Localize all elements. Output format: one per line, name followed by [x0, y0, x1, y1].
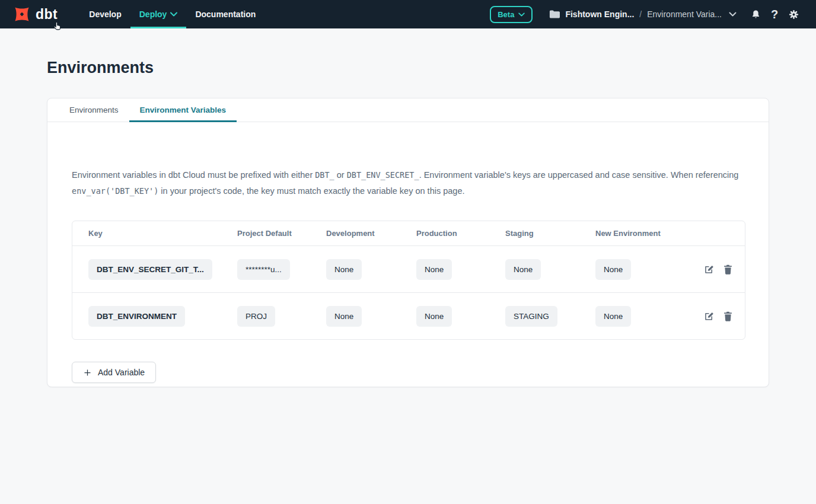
tab-environment-variables[interactable]: Environment Variables [129, 98, 237, 122]
new-environment-value-chip: None [595, 259, 631, 280]
breadcrumb-project: Fishtown Engin... [565, 9, 634, 19]
table-row: DBT_ENV_SECRET_GIT_T... ********u... Non… [72, 245, 745, 292]
development-value-chip: None [326, 306, 362, 327]
column-header-new-environment: New Environment [595, 229, 678, 238]
brand-name: dbt [36, 7, 58, 23]
nav-item-deploy[interactable]: Deploy [130, 0, 187, 28]
description-segment: . Environment variable's keys are upperc… [419, 170, 739, 180]
nav-right-section: Beta Fishtown Engin... / Environment Var… [490, 6, 802, 23]
nav-utility-icons: ? [747, 6, 802, 23]
chevron-down-icon [729, 12, 737, 17]
nav-item-documentation-label: Documentation [195, 9, 256, 19]
row-actions [678, 264, 733, 275]
nav-item-documentation[interactable]: Documentation [186, 0, 264, 28]
add-variable-button[interactable]: Add Variable [72, 362, 156, 383]
dbt-logo[interactable]: dbt [12, 4, 58, 24]
production-value-chip: None [416, 306, 452, 327]
mouse-cursor-icon [52, 21, 63, 33]
settings-gear-icon[interactable] [785, 6, 802, 23]
dbt-logo-icon [12, 4, 32, 24]
description-segment: in your project's code, the key must mat… [158, 186, 464, 196]
help-icon[interactable]: ? [766, 6, 783, 23]
tab-bar: Environments Environment Variables [47, 98, 769, 122]
tab-environment-variables-label: Environment Variables [140, 106, 227, 114]
column-header-key: Key [88, 229, 237, 238]
code-snippet: env_var('DBT_KEY') [72, 186, 158, 196]
environment-variables-table: Key Project Default Development Producti… [72, 221, 745, 340]
tab-environments-label: Environments [69, 106, 119, 114]
trash-icon[interactable] [723, 311, 733, 322]
project-default-chip: PROJ [237, 306, 275, 327]
folder-icon [549, 9, 560, 19]
top-nav: dbt Develop Deploy Documentation Beta [0, 0, 816, 28]
card-content: Environment variables in dbt Cloud must … [47, 167, 769, 340]
key-value-chip: DBT_ENVIRONMENT [88, 306, 185, 327]
column-header-development: Development [326, 229, 416, 238]
code-snippet: DBT_ [315, 170, 334, 180]
table-row: DBT_ENVIRONMENT PROJ None None STAGING N… [72, 292, 745, 339]
main-nav-items: Develop Deploy Documentation [80, 0, 264, 28]
nav-item-develop-label: Develop [89, 9, 121, 19]
page-title: Environments [47, 59, 154, 77]
edit-icon[interactable] [703, 311, 715, 322]
column-header-production: Production [416, 229, 505, 238]
production-value-chip: None [416, 259, 452, 280]
edit-icon[interactable] [703, 264, 715, 275]
column-header-staging: Staging [505, 229, 595, 238]
chevron-down-icon [518, 12, 525, 17]
beta-badge[interactable]: Beta [490, 6, 533, 23]
add-variable-label: Add Variable [98, 368, 145, 377]
project-default-chip: ********u... [237, 259, 290, 280]
staging-value-chip: STAGING [505, 306, 557, 327]
trash-icon[interactable] [723, 264, 733, 275]
new-environment-value-chip: None [595, 306, 631, 327]
row-actions [678, 311, 733, 322]
description-text: Environment variables in dbt Cloud must … [72, 167, 744, 199]
staging-value-chip: None [505, 259, 541, 280]
development-value-chip: None [326, 259, 362, 280]
breadcrumb[interactable]: Fishtown Engin... / Environment Varia... [549, 9, 737, 19]
nav-item-deploy-label: Deploy [139, 9, 167, 19]
description-segment: or [334, 170, 347, 180]
description-segment: Environment variables in dbt Cloud must … [72, 170, 315, 180]
breadcrumb-page: Environment Varia... [647, 9, 722, 19]
plus-icon [83, 368, 92, 377]
notifications-bell-icon[interactable] [747, 6, 764, 23]
environments-card: Environments Environment Variables Envir… [47, 98, 769, 387]
breadcrumb-separator: / [639, 9, 642, 19]
beta-badge-label: Beta [498, 10, 514, 19]
key-value-chip: DBT_ENV_SECRET_GIT_T... [88, 259, 212, 280]
column-header-project-default: Project Default [237, 229, 326, 238]
chevron-down-icon [170, 12, 177, 17]
table-header-row: Key Project Default Development Producti… [72, 221, 745, 245]
nav-item-develop[interactable]: Develop [80, 0, 130, 28]
tab-environments[interactable]: Environments [59, 98, 129, 122]
code-snippet: DBT_ENV_SECRET_ [347, 170, 419, 180]
